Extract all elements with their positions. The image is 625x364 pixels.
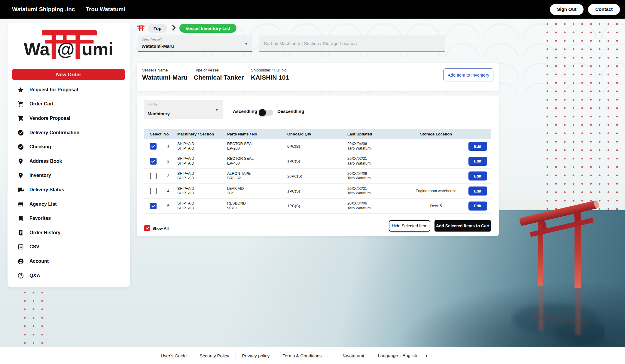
- show-all-control[interactable]: Show All: [144, 225, 169, 231]
- edit-button[interactable]: Edit: [468, 202, 487, 211]
- updated-line: 20XX/04/06: [347, 201, 407, 206]
- cart-icon: [17, 101, 24, 107]
- dropdown-arrow-icon: ▼: [425, 354, 428, 357]
- sort-direction-toggle[interactable]: [259, 110, 273, 116]
- footer-separator: [193, 353, 193, 359]
- torii-icon: [137, 24, 145, 32]
- edit-button[interactable]: Edit: [468, 171, 487, 180]
- column-header-location: Storage Location: [407, 132, 465, 136]
- sidebar-item-csv[interactable]: CSV: [8, 240, 130, 254]
- breadcrumb-top-link[interactable]: Top: [148, 24, 167, 33]
- row-select-checkbox[interactable]: [150, 143, 157, 150]
- row-select-checkbox[interactable]: [150, 203, 157, 209]
- last-updated-cell: 20XX/02/21Taro Watatumi: [341, 156, 407, 166]
- ascending-label: Ascendling: [233, 109, 257, 114]
- machinery-line: SHiP+AiD: [177, 206, 227, 211]
- sidebar-item-inventory[interactable]: Inventory: [8, 168, 130, 183]
- sidebar-item-address-book[interactable]: Address Book: [8, 154, 130, 168]
- sidebar-item-agency-list[interactable]: Agency List: [8, 197, 130, 211]
- edit-button[interactable]: Edit: [468, 187, 487, 196]
- row-select-checkbox[interactable]: [150, 158, 157, 165]
- updated-line: 20XX/02/21: [347, 156, 407, 161]
- copyright-text: ©watatumi: [343, 353, 364, 358]
- sidebar-item-label: Account: [29, 259, 49, 264]
- footer-link-security-policy[interactable]: Security Policy: [200, 353, 229, 358]
- breadcrumb-current-page[interactable]: Vessel Inventory List: [179, 24, 236, 33]
- new-order-button[interactable]: New Order: [12, 69, 125, 80]
- footer-link-user-s-guide[interactable]: User's Guide: [161, 353, 187, 358]
- vessel-inventory-page: Watatumi Shipping .inc Trou Watatumi Sig…: [0, 0, 625, 364]
- sidebar-item-checking[interactable]: Checking: [8, 140, 130, 154]
- sort-by-dropdown[interactable]: Sort by Machinery ▼: [144, 100, 223, 119]
- sidebar-item-label: Agency List: [29, 202, 57, 207]
- dropdown-arrow-icon: ▼: [245, 42, 248, 46]
- last-updated-cell: 20XX/04/06Taro Watatumi: [341, 142, 407, 151]
- machinery-line: SHiP+AiD: [177, 142, 227, 147]
- edit-button[interactable]: Edit: [468, 142, 487, 151]
- machinery-line: SHiP+AiD: [177, 161, 227, 166]
- select-vessel-dropdown[interactable]: Select Vessel* Watatumi-Maru ▼: [138, 35, 252, 52]
- last-updated-cell: 20XX/04/06Taro Watatumi: [341, 171, 407, 181]
- add-item-to-inventory-button[interactable]: Add Item to Inventory: [444, 68, 493, 81]
- inventory-table: Select No. Machinery / Section Parts Nam…: [144, 129, 491, 214]
- sign-out-button[interactable]: Sign Out: [550, 4, 584, 15]
- sidebar-item-delivery-status[interactable]: Delivery Status: [8, 183, 130, 197]
- company-brand: Watatumi Shipping .inc: [12, 6, 75, 13]
- contact-button[interactable]: Contact: [588, 4, 620, 15]
- dropdown-arrow-icon: ▼: [215, 108, 218, 112]
- storage-location-cell: Deck 5: [407, 204, 465, 208]
- inventory-search-box: [259, 35, 445, 52]
- logo-text-right: umi: [82, 39, 113, 59]
- top-bar: Watatumi Shipping .inc Trou Watatumi Sig…: [0, 0, 625, 19]
- background-water-deep: [391, 279, 625, 347]
- sidebar-item-label: Vendore Proposal: [29, 116, 70, 121]
- machinery-section-cell: SHiP+AiDSHiP+AiD: [173, 187, 227, 196]
- parts-name-cell: RECTOR SEALEP-200: [227, 142, 287, 151]
- person-icon: [17, 258, 24, 265]
- sidebar-item-label: Favorites: [29, 216, 51, 221]
- footer: User's GuideSecurity PolicyPrivacy polic…: [0, 347, 625, 364]
- vessel-name-field: Vessel's Name Watatumi-Maru: [142, 68, 188, 81]
- sidebar-item-order-cart[interactable]: Order Cart: [8, 97, 130, 111]
- add-selected-items-to-cart-button[interactable]: Add Selected Items to Cart: [434, 220, 491, 232]
- sidebar-item-account[interactable]: Account: [8, 254, 130, 268]
- sidebar-item-delivery-confirmation[interactable]: Delivery Confirmation: [8, 126, 130, 140]
- sidebar-menu: Request for ProposalOrder CartVendore Pr…: [8, 83, 130, 283]
- parts-line: 20g: [227, 191, 287, 196]
- machinery-line: SHiP+AiD: [177, 187, 227, 191]
- column-header-machinery: Machinery / Section: [173, 132, 227, 137]
- sidebar-item-label: CSV: [29, 244, 39, 250]
- parts-line: RECTOR SEAL: [227, 156, 287, 161]
- footer-separator: [276, 353, 276, 359]
- table-row: 4SHiP+AiDSHiP+AiDLEAK AID20g1PC(S)20XX/0…: [144, 184, 491, 199]
- chevron-right-icon: [172, 25, 176, 32]
- machinery-section-cell: SHiP+AiDSHiP+AiD: [173, 142, 227, 151]
- column-header-parts: Parts Name / No: [227, 132, 287, 136]
- show-all-checkbox[interactable]: [144, 225, 150, 231]
- row-number: 1: [163, 144, 173, 148]
- row-select-checkbox[interactable]: [150, 188, 157, 194]
- sidebar-item-order-history[interactable]: Order History: [8, 226, 130, 240]
- machinery-line: SHiP+AiD: [177, 171, 227, 176]
- watatumi-logo[interactable]: Wa @ umi: [24, 28, 114, 64]
- row-select-checkbox[interactable]: [150, 173, 157, 179]
- sidebar-item-q-a[interactable]: Q&A: [8, 268, 130, 283]
- edit-button[interactable]: Edit: [468, 157, 487, 166]
- machinery-section-cell: SHiP+AiDSHiP+AiD: [173, 201, 227, 211]
- sidebar-item-vendore-proposal[interactable]: Vendore Proposal: [8, 111, 130, 126]
- logo-text-at: @: [57, 39, 75, 59]
- language-selector[interactable]: Language：English ▼: [378, 353, 428, 359]
- sidebar-item-request-for-proposal[interactable]: Request for Proposal: [8, 83, 130, 97]
- machinery-section-cell: SHiP+AiDSHiP+AiD: [173, 156, 227, 166]
- footer-link-terms-conditions[interactable]: Terms & Conditions: [282, 353, 322, 358]
- sidebar-item-label: Checking: [29, 144, 51, 150]
- vessel-builder-label: Shipbuilder / Hull No.: [251, 68, 289, 72]
- parts-name-cell: RECTOR SEALEP-400: [227, 156, 287, 166]
- account-company-name: Trou Watatumi: [86, 6, 125, 13]
- inventory-search-input[interactable]: [259, 35, 445, 51]
- sidebar-item-favorites[interactable]: Favorites: [8, 211, 130, 226]
- sidebar-item-label: Delivery Status: [29, 187, 64, 193]
- hide-selected-item-button[interactable]: Hide Selected Item: [389, 220, 430, 232]
- help-icon: [17, 272, 24, 279]
- footer-link-privacy-policy[interactable]: Privacy policy: [242, 353, 270, 358]
